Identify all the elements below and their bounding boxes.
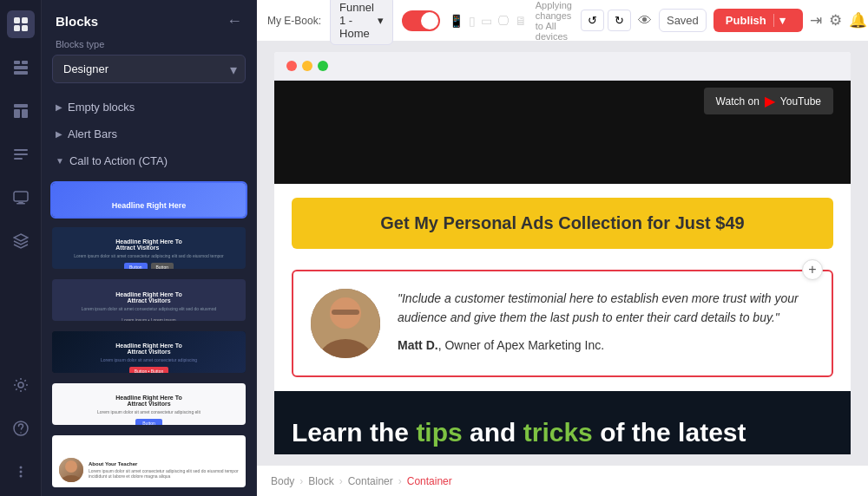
block-thumb-4[interactable]: Headline Right Here ToAttract Visitors L… bbox=[50, 330, 247, 375]
svg-rect-11 bbox=[14, 149, 28, 151]
sidebar-icon-layers[interactable] bbox=[7, 227, 35, 255]
preview-toggle[interactable] bbox=[402, 10, 440, 31]
funnel-selector[interactable]: Funnel 1 - Home ▾ bbox=[330, 0, 393, 45]
sidebar-icon-layout[interactable] bbox=[7, 97, 35, 125]
window-maximize-dot bbox=[318, 61, 328, 71]
breadcrumb-sep-2: › bbox=[339, 475, 343, 487]
svg-rect-16 bbox=[16, 203, 25, 205]
sidebar-icon-list[interactable] bbox=[7, 140, 35, 168]
thumb-6-content: About Your Teacher Lorem ipsum dolor sit… bbox=[52, 435, 246, 489]
thumb-1-content: Headline Right Here bbox=[52, 183, 246, 219]
block-thumb-3[interactable]: Headline Right Here ToAttract Visitors L… bbox=[50, 277, 247, 323]
youtube-section: Watch on ▶ YouTube bbox=[274, 81, 851, 114]
desktop-icon[interactable]: 🖥 bbox=[515, 14, 527, 28]
device-icons: 📱 ▯ ▭ 🖵 🖥 bbox=[449, 14, 527, 28]
svg-point-22 bbox=[19, 475, 22, 478]
blocks-type-label: Blocks type bbox=[42, 39, 256, 55]
svg-rect-10 bbox=[22, 109, 28, 118]
testimonial-author: Matt D., Owner of Apex Marketing Inc. bbox=[398, 338, 814, 352]
tablet-landscape-icon[interactable]: ▭ bbox=[481, 14, 492, 28]
breadcrumb-block[interactable]: Block bbox=[308, 475, 333, 487]
thumb-4-content: Headline Right Here ToAttract Visitors L… bbox=[52, 331, 246, 375]
svg-point-23 bbox=[65, 460, 77, 473]
breadcrumb-container-2[interactable]: Container bbox=[407, 475, 452, 487]
category-cta[interactable]: ▼ Call to Action (CTA) bbox=[42, 147, 256, 174]
canvas-wrapper: Watch on ▶ YouTube Get My Personal Ads C… bbox=[257, 42, 868, 465]
testimonial-box[interactable]: + bbox=[292, 270, 833, 377]
block-thumb-5[interactable]: Headline Right Here ToAttract Visitors L… bbox=[50, 382, 247, 427]
breadcrumb-body[interactable]: Body bbox=[271, 475, 294, 487]
svg-rect-3 bbox=[22, 25, 28, 31]
youtube-brand: YouTube bbox=[780, 95, 821, 108]
blocks-type-select-wrapper: Designer Standard Custom bbox=[52, 55, 246, 83]
svg-rect-13 bbox=[14, 158, 23, 160]
publish-button[interactable]: Publish ▾ bbox=[713, 9, 803, 32]
svg-rect-0 bbox=[14, 17, 20, 23]
bell-icon[interactable]: 🔔 bbox=[849, 11, 867, 29]
cta-button[interactable]: Get My Personal Ads Collection for Just … bbox=[292, 198, 833, 249]
breadcrumb-sep-1: › bbox=[299, 475, 303, 487]
chevron-icon: ▶ bbox=[56, 102, 62, 112]
sidebar-icon-more[interactable] bbox=[7, 458, 35, 486]
sidebar-icon-blocks[interactable] bbox=[7, 54, 35, 82]
svg-rect-1 bbox=[22, 17, 28, 23]
eye-button[interactable]: 👁 bbox=[638, 13, 652, 29]
top-bar-actions: ↺ ↻ 👁 Saved Publish ▾ ⇥ ⚙ 🔔 ⠿ bbox=[581, 9, 868, 33]
blocks-panel-header: Blocks ← bbox=[42, 0, 256, 39]
youtube-logo-icon: ▶ bbox=[765, 93, 775, 109]
canvas-page: Watch on ▶ YouTube Get My Personal Ads C… bbox=[274, 52, 851, 454]
breadcrumb-bar: Body › Block › Container › Container bbox=[257, 465, 868, 496]
blocks-panel-title: Blocks bbox=[56, 14, 98, 29]
sidebar-icon-settings[interactable] bbox=[7, 371, 35, 399]
mobile-icon[interactable]: 📱 bbox=[449, 14, 464, 28]
svg-rect-4 bbox=[14, 61, 20, 64]
breadcrumb-sep-3: › bbox=[398, 475, 402, 487]
sidebar-icon-monitor[interactable] bbox=[7, 184, 35, 212]
testimonial-avatar bbox=[311, 289, 380, 358]
category-label: Empty blocks bbox=[68, 101, 135, 114]
block-thumb-2[interactable]: Headline Right Here ToAttract Visitors L… bbox=[50, 225, 247, 271]
testimonial-quote: "Include a customer testimonial here to … bbox=[398, 289, 814, 328]
undo-redo-group: ↺ ↻ bbox=[581, 10, 631, 31]
cta-button-section: Get My Personal Ads Collection for Just … bbox=[274, 184, 851, 263]
redo-button[interactable]: ↻ bbox=[608, 10, 631, 31]
thumb-3-content: Headline Right Here ToAttract Visitors L… bbox=[52, 279, 246, 323]
blocks-grid: Headline Right Here Headline Right Here … bbox=[42, 174, 256, 496]
watch-on-youtube[interactable]: Watch on ▶ YouTube bbox=[704, 88, 833, 114]
saved-indicator: Saved bbox=[659, 9, 707, 32]
gear-icon[interactable]: ⚙ bbox=[829, 11, 842, 29]
svg-rect-2 bbox=[14, 25, 20, 31]
svg-point-20 bbox=[19, 467, 22, 469]
block-thumb-1[interactable]: Headline Right Here bbox=[50, 181, 247, 219]
icon-sidebar bbox=[0, 0, 42, 496]
blocks-type-select[interactable]: Designer Standard Custom bbox=[52, 55, 246, 83]
blocks-panel: Blocks ← Blocks type Designer Standard C… bbox=[42, 0, 257, 496]
svg-rect-5 bbox=[22, 61, 28, 64]
applying-text: Applying changes to All devices bbox=[536, 0, 572, 42]
add-block-button[interactable]: + bbox=[802, 259, 823, 280]
top-bar: My E-Book: Funnel 1 - Home ▾ 📱 ▯ ▭ 🖵 🖥 A… bbox=[257, 0, 868, 42]
testimonial-section: + bbox=[274, 263, 851, 391]
login-icon[interactable]: ⇥ bbox=[810, 11, 822, 29]
chevron-down-icon: ▼ bbox=[56, 156, 64, 166]
svg-rect-6 bbox=[14, 66, 28, 69]
svg-point-21 bbox=[19, 471, 22, 473]
category-empty-blocks[interactable]: ▶ Empty blocks bbox=[42, 94, 256, 121]
category-alert-bars[interactable]: ▶ Alert Bars bbox=[42, 121, 256, 147]
breadcrumb-container-1[interactable]: Container bbox=[348, 475, 393, 487]
watch-label: Watch on bbox=[716, 95, 760, 108]
thumb-2-content: Headline Right Here ToAttract Visitors L… bbox=[52, 227, 246, 271]
toggle-knob bbox=[421, 12, 438, 29]
block-thumb-6[interactable]: About Your Teacher Lorem ipsum dolor sit… bbox=[50, 434, 247, 489]
svg-rect-28 bbox=[332, 310, 359, 315]
sidebar-icon-grid[interactable] bbox=[7, 10, 35, 38]
youtube-video-area[interactable] bbox=[274, 114, 851, 184]
category-label: Call to Action (CTA) bbox=[69, 154, 168, 167]
svg-point-17 bbox=[18, 382, 23, 388]
desktop-small-icon[interactable]: 🖵 bbox=[497, 14, 510, 28]
close-panel-button[interactable]: ← bbox=[227, 12, 242, 30]
window-controls bbox=[274, 52, 851, 81]
tablet-portrait-icon[interactable]: ▯ bbox=[469, 14, 476, 28]
undo-button[interactable]: ↺ bbox=[581, 10, 604, 31]
sidebar-icon-help[interactable] bbox=[7, 414, 35, 442]
